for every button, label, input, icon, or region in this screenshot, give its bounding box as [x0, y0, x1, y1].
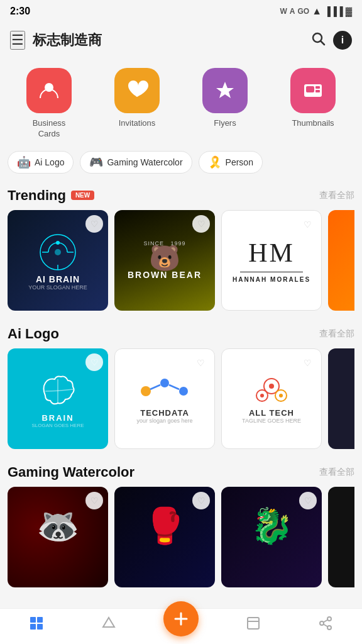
gaming-chip-icon: 🎮	[89, 155, 103, 169]
card-dark-ailogo[interactable]: ♡	[328, 348, 354, 449]
card-gaming-1[interactable]: ♡ 🦝	[8, 487, 108, 587]
trending-view-all[interactable]: 查看全部	[319, 190, 354, 201]
card-brain-heart[interactable]: ♡	[85, 353, 103, 371]
chip-person-label: Person	[226, 157, 253, 167]
trending-section: Trending NEW 查看全部 ♡ AI BRAIN YOUR SLOGAN…	[0, 180, 362, 318]
svg-point-11	[141, 386, 151, 396]
brain-subtitle: SLOGAN GOES HERE	[31, 423, 84, 428]
status-bar: 2:30 W A GO ▲ ▐▐▐ ▓	[0, 0, 362, 23]
add-button[interactable]	[163, 601, 199, 636]
brown-bear-content: SINCE 1999 🐻 BROWN BEAR	[128, 240, 202, 280]
thumbnails-icon	[290, 68, 336, 113]
nav-projects[interactable]	[217, 616, 290, 635]
card-techdata[interactable]: ♡ TECHDATA your slogan goes here	[114, 348, 215, 449]
svg-rect-22	[30, 617, 36, 623]
svg-line-15	[169, 385, 179, 389]
ai-logo-title: Ai Logo	[8, 326, 59, 342]
card-dark-gaming[interactable]: ♡	[328, 487, 354, 587]
chip-gaming-label: Gaming Watercolor	[107, 157, 182, 167]
svg-rect-6	[315, 86, 320, 89]
chip-person[interactable]: 🎗️ Person	[199, 151, 263, 174]
signal-icon: ▐▐▐	[324, 6, 343, 16]
app-title: 标志制造商	[33, 31, 303, 50]
trending-title-wrap: Trending NEW	[8, 187, 94, 204]
gaming-title: Gaming Watercolor	[8, 464, 134, 480]
svg-rect-23	[37, 617, 43, 623]
gaming2-emoji: 🥊	[114, 506, 215, 547]
card-ai-brain[interactable]: ♡ AI BRAIN YOUR SLOGAN HERE	[8, 210, 108, 311]
card-brown-bear-heart[interactable]: ♡	[192, 215, 210, 233]
thumbnails-label: Thumbnails	[292, 118, 334, 129]
status-icons: W A GO ▲ ▐▐▐ ▓	[280, 6, 353, 17]
ai-brain-subtitle: YOUR SLOGAN HERE	[28, 284, 87, 291]
category-flyers[interactable]: Flyers	[187, 68, 263, 129]
card-gaming-2[interactable]: ♡ 🥊	[114, 487, 215, 587]
card-gaming1-heart[interactable]: ♡	[85, 492, 103, 509]
svg-rect-24	[30, 624, 36, 630]
category-business-cards[interactable]: BusinessCards	[11, 68, 87, 140]
hannah-content: HM HANNAH MORALES	[233, 238, 310, 283]
card-dark-trending[interactable]: ♡	[328, 210, 354, 311]
svg-marker-26	[103, 618, 114, 627]
svg-rect-7	[315, 90, 320, 92]
ai-logo-view-all[interactable]: 查看全部	[319, 328, 354, 340]
card-techdata-heart[interactable]: ♡	[192, 354, 209, 372]
chip-ai-logo[interactable]: 🤖 Ai Logo	[8, 151, 74, 174]
ai-logo-header: Ai Logo 查看全部	[8, 326, 354, 342]
info-button[interactable]: i	[333, 31, 352, 50]
techdata-subtitle: your slogan goes here	[136, 418, 192, 424]
invitations-icon	[114, 68, 160, 113]
ai-logo-cards-row: ♡ BRAIN SLOGAN GOES HERE ♡	[8, 348, 354, 457]
svg-rect-5	[306, 86, 314, 92]
trending-new-badge: NEW	[71, 191, 94, 200]
brain-title: BRAIN	[41, 413, 74, 423]
w-icon: W	[280, 7, 287, 16]
alltech-title: ALL TECH	[249, 408, 294, 418]
svg-line-1	[321, 42, 325, 45]
card-ai-brain-heart[interactable]: ♡	[85, 215, 103, 233]
card-hannah-heart[interactable]: ♡	[299, 216, 316, 233]
alltech-subtitle: TAGLINE GOES HERE	[242, 418, 301, 424]
card-hannah-morales[interactable]: ♡ HM HANNAH MORALES	[221, 210, 322, 311]
search-button[interactable]	[310, 31, 326, 50]
techdata-title: TECHDATA	[140, 408, 189, 418]
gaming-section: Gaming Watercolor 查看全部 ♡ 🦝 ♡ 🥊 ♡ 🐉 ♡	[0, 457, 362, 595]
person-chip-icon: 🎗️	[208, 155, 222, 169]
menu-button[interactable]: ☰	[10, 31, 25, 50]
card-gaming2-heart[interactable]: ♡	[192, 492, 210, 509]
card-alltech-heart[interactable]: ♡	[299, 354, 316, 372]
business-cards-label: BusinessCards	[33, 118, 66, 140]
a-icon: A	[290, 7, 295, 16]
nav-share[interactable]	[290, 616, 362, 635]
flyers-label: Flyers	[214, 118, 236, 129]
nav-home[interactable]	[0, 616, 72, 635]
card-brown-bear[interactable]: ♡ SINCE 1999 🐻 BROWN BEAR	[114, 210, 215, 311]
chips-row: 🤖 Ai Logo 🎮 Gaming Watercolor 🎗️ Person	[0, 145, 362, 180]
nav-templates[interactable]	[72, 616, 145, 635]
card-gaming-3[interactable]: ♡ 🐉	[221, 487, 322, 587]
top-bar: ☰ 标志制造商 i	[0, 23, 362, 58]
svg-point-20	[260, 394, 264, 397]
category-row: BusinessCards Invitations Flyers	[0, 58, 362, 145]
chip-gaming-watercolor[interactable]: 🎮 Gaming Watercolor	[80, 151, 192, 174]
nav-add[interactable]	[145, 614, 217, 636]
home-icon	[29, 616, 44, 635]
svg-point-12	[160, 379, 169, 387]
category-invitations[interactable]: Invitations	[99, 68, 175, 129]
svg-point-19	[269, 384, 274, 389]
card-alltech[interactable]: ♡ ALL TECH TAGLINE GOES HERE	[221, 348, 322, 449]
svg-point-32	[320, 621, 324, 625]
category-thumbnails[interactable]: Thumbnails	[275, 68, 351, 129]
svg-line-34	[324, 625, 328, 627]
invitations-label: Invitations	[119, 118, 156, 129]
gaming1-emoji: 🦝	[8, 506, 108, 547]
svg-point-13	[179, 387, 188, 396]
ai-logo-section: Ai Logo 查看全部 ♡ BRAIN SLOGAN GOES HERE ♡	[0, 318, 362, 457]
svg-point-10	[55, 249, 61, 255]
svg-rect-29	[248, 618, 259, 629]
card-brain[interactable]: ♡ BRAIN SLOGAN GOES HERE	[8, 348, 108, 449]
card-gaming3-heart[interactable]: ♡	[299, 492, 317, 509]
ai-brain-title: AI BRAIN	[36, 274, 80, 284]
gaming-view-all[interactable]: 查看全部	[319, 467, 354, 478]
wifi-icon: ▲	[312, 6, 322, 17]
